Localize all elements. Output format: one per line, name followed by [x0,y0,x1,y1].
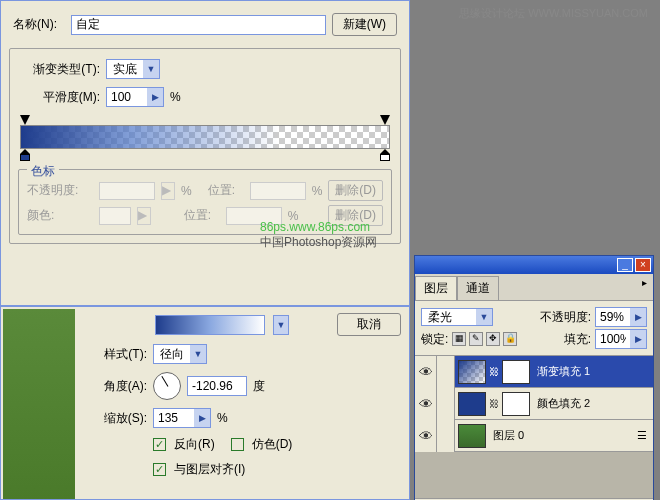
spinner-arrow-icon[interactable]: ▶ [630,330,646,348]
visibility-icon[interactable]: 👁 [415,356,437,388]
angle-input[interactable] [187,376,247,396]
dither-label: 仿色(D) [252,436,293,453]
lock-move-icon[interactable]: ✥ [486,332,500,346]
spinner-arrow-icon[interactable]: ▶ [630,308,646,326]
tab-layers[interactable]: 图层 [415,276,457,300]
layer-name[interactable]: 颜色填充 2 [533,396,653,411]
layer-thumbnail[interactable] [458,360,486,384]
lock-icons-group: ▦ ✎ ✥ 🔒 [452,332,517,346]
opacity-stop-right[interactable] [380,115,390,125]
mask-thumbnail[interactable] [502,360,530,384]
blend-mode-combo[interactable]: 柔光 ▼ [421,308,493,326]
tab-channels[interactable]: 通道 [457,276,499,300]
cancel-button[interactable]: 取消 [337,313,401,336]
stop-position-field [250,182,306,200]
delete-stop-button: 删除(D) [328,180,383,201]
stop-position-field-2 [226,207,282,225]
opacity-stop-left[interactable] [20,115,30,125]
stop-position-label-2: 位置: [184,207,220,224]
stop-opacity-label: 不透明度: [27,182,93,199]
align-checkbox[interactable]: ✓ [153,463,166,476]
minimize-icon[interactable]: _ [617,258,633,272]
layer-options-icon[interactable]: ☰ [637,429,653,442]
stop-position-label: 位置: [208,182,244,199]
spinner-arrow-icon[interactable]: ▶ [147,88,163,106]
gradient-type-value: 实底 [107,61,143,78]
gradient-type-label: 渐变类型(T): [18,61,100,78]
mask-thumbnail[interactable] [502,392,530,416]
color-stop-right[interactable] [380,149,390,161]
stop-color-swatch [99,207,131,225]
fill-label: 填充: [564,331,591,348]
gradient-name-input[interactable] [71,15,326,35]
visibility-icon[interactable]: 👁 [415,420,437,452]
gradient-bar[interactable] [20,125,390,149]
layer-thumbnail[interactable] [458,392,486,416]
opacity-spinner[interactable]: ▶ [595,307,647,327]
gradient-editor-dialog: 名称(N): 新建(W) 渐变类型(T): 实底 ▼ 平滑度(M): ▶ % [0,0,410,306]
spinner-arrow-icon[interactable]: ▶ [194,409,210,427]
angle-dial[interactable] [153,372,181,400]
stops-legend: 色标 [27,163,59,180]
gradient-settings-group: 渐变类型(T): 实底 ▼ 平滑度(M): ▶ % [9,48,401,244]
link-cell[interactable] [437,420,455,452]
background-photo-preview [3,309,75,499]
link-cell[interactable] [437,388,455,420]
chevron-down-icon[interactable]: ▼ [273,315,289,335]
percent-label: % [181,184,192,198]
spinner-arrow-icon: ▶ [137,207,151,225]
delete-stop-button-2: 删除(D) [328,205,383,226]
gradient-type-combo[interactable]: 实底 ▼ [106,59,160,79]
color-stop-left[interactable] [20,149,30,161]
gradient-preview-swatch[interactable] [155,315,265,335]
layer-name[interactable]: 图层 0 [489,428,637,443]
gradient-bar-editor[interactable] [20,115,390,161]
link-icon: ⛓ [489,366,499,377]
lock-transparency-icon[interactable]: ▦ [452,332,466,346]
color-stops-group: 色标 不透明度: ▶ % 位置: % 删除(D) 颜色: ▶ % 位置: % 删… [18,169,392,235]
reverse-label: 反向(R) [174,436,215,453]
angle-unit: 度 [253,378,265,395]
visibility-icon[interactable]: 👁 [415,388,437,420]
lock-all-icon[interactable]: 🔒 [503,332,517,346]
layer-name[interactable]: 渐变填充 1 [533,364,653,379]
scale-label: 缩放(S): [89,410,147,427]
blend-mode-value: 柔光 [422,309,476,326]
align-label: 与图层对齐(I) [174,461,245,478]
close-icon[interactable]: × [635,258,651,272]
watermark-text: 思缘设计论坛 WWW.MISSYUAN.COM [459,6,648,21]
spinner-arrow-icon: ▶ [161,182,175,200]
percent-label: % [312,184,323,198]
layers-panel: _ × 图层 通道 ▸ 柔光 ▼ 不透明度: ▶ 锁定: ▦ ✎ ✥ 🔒 [414,255,654,500]
lock-label: 锁定: [421,331,448,348]
fill-input[interactable] [596,330,630,348]
lock-paint-icon[interactable]: ✎ [469,332,483,346]
layer-item[interactable]: 👁 ⛓ 渐变填充 1 [415,356,653,388]
fill-preview-area [1,307,81,499]
smoothness-input[interactable] [107,88,147,106]
layer-item[interactable]: 👁 图层 0 ☰ [415,420,653,452]
layer-thumbnail[interactable] [458,424,486,448]
fill-spinner[interactable]: ▶ [595,329,647,349]
style-value: 径向 [154,346,190,363]
panel-titlebar[interactable]: _ × [415,256,653,274]
scale-input[interactable] [154,409,194,427]
link-icon: ⛓ [489,398,499,409]
panel-menu-icon[interactable]: ▸ [636,274,653,300]
stop-color-label: 颜色: [27,207,93,224]
style-combo[interactable]: 径向 ▼ [153,344,207,364]
reverse-checkbox[interactable]: ✓ [153,438,166,451]
opacity-label: 不透明度: [540,309,591,326]
gradient-fill-dialog: ▼ 取消 样式(T): 径向 ▼ 角度(A): 度 缩放(S): ▶ % ✓ [0,306,410,500]
link-cell[interactable] [437,356,455,388]
scale-spinner[interactable]: ▶ [153,408,211,428]
opacity-input[interactable] [596,308,630,326]
chevron-down-icon: ▼ [476,309,492,325]
percent-label: % [170,90,181,104]
dither-checkbox[interactable]: ✓ [231,438,244,451]
layer-item[interactable]: 👁 ⛓ 颜色填充 2 [415,388,653,420]
percent-label: % [288,209,299,223]
smoothness-spinner[interactable]: ▶ [106,87,164,107]
new-button[interactable]: 新建(W) [332,13,397,36]
percent-label: % [217,411,228,425]
